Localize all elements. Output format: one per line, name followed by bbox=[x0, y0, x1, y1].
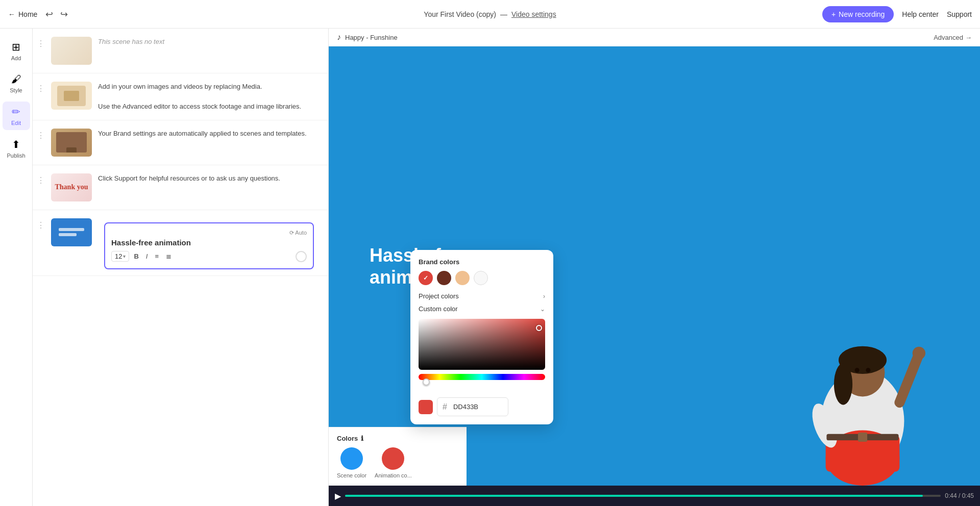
scene-drag-handle-3[interactable]: ⋮ bbox=[37, 129, 45, 140]
video-controls: ▶ 0:44 / 0:45 bbox=[329, 486, 980, 506]
progress-bar[interactable] bbox=[345, 495, 941, 497]
custom-color-row[interactable]: Custom color ⌄ bbox=[419, 305, 545, 313]
sidebar-item-edit-label: Edit bbox=[11, 120, 21, 126]
topbar-center: Your First Video (copy) — Video settings bbox=[424, 10, 556, 18]
redo-button[interactable]: ↪ bbox=[58, 7, 70, 22]
scene-color-swatch[interactable] bbox=[340, 447, 363, 470]
scene-thumbnail-3 bbox=[51, 129, 92, 157]
svg-rect-13 bbox=[858, 433, 867, 442]
brand-colors-title: Brand colors bbox=[419, 258, 545, 266]
scene-item-3[interactable]: ⋮ Your Brand settings are automatically … bbox=[33, 120, 328, 165]
style-icon: 🖌 bbox=[11, 73, 21, 85]
hex-input-field[interactable] bbox=[448, 400, 499, 413]
title-separator: — bbox=[500, 10, 507, 18]
time-display: 0:44 / 0:45 bbox=[945, 492, 974, 499]
publish-icon: ⬆ bbox=[12, 138, 20, 150]
text-editor-title[interactable]: Hassle-free animation bbox=[111, 238, 307, 247]
scene-text-2: Add in your own images and videos by rep… bbox=[98, 82, 320, 112]
sidebar-item-add[interactable]: ⊞ Add bbox=[3, 37, 30, 65]
new-recording-button[interactable]: + New recording bbox=[822, 6, 894, 22]
music-track: Happy - Funshine bbox=[345, 34, 398, 41]
arrow-left-icon: ← bbox=[8, 10, 15, 18]
scene-thumbnail-2 bbox=[51, 82, 92, 110]
font-size-selector[interactable]: 12 ▾ bbox=[111, 251, 129, 262]
scene-text-4: Click Support for helpful resources or t… bbox=[98, 173, 320, 184]
hex-color-preview bbox=[419, 400, 433, 414]
text-style-circle-button[interactable] bbox=[296, 251, 307, 262]
sidebar-item-edit[interactable]: ✏ Edit bbox=[3, 102, 30, 130]
chevron-down-icon-custom: ⌄ bbox=[540, 306, 545, 313]
scene-item-2[interactable]: ⋮ Add in your own images and videos by r… bbox=[33, 73, 328, 120]
italic-button[interactable]: I bbox=[143, 251, 151, 262]
undo-redo-group: ↩ ↪ bbox=[43, 7, 70, 22]
home-label: Home bbox=[18, 10, 37, 18]
scene-item-4[interactable]: ⋮ Thank you Click Support for helpful re… bbox=[33, 165, 328, 210]
svg-point-10 bbox=[913, 347, 925, 360]
brand-color-swatch-2[interactable] bbox=[437, 271, 451, 285]
scene-text-1: This scene has no text bbox=[98, 37, 320, 47]
scene-thumbnail-1 bbox=[51, 37, 92, 65]
music-info: ♪ Happy - Funshine bbox=[337, 33, 398, 42]
scene-thumbnail-4: Thank you bbox=[51, 173, 92, 201]
brand-color-swatches bbox=[419, 271, 545, 285]
scene-drag-handle-1[interactable]: ⋮ bbox=[37, 37, 45, 48]
hex-row: # bbox=[419, 397, 545, 416]
scene-thumbnail-5 bbox=[51, 218, 92, 246]
undo-button[interactable]: ↩ bbox=[43, 7, 55, 22]
video-settings-link[interactable]: Video settings bbox=[511, 10, 556, 18]
main-layout: ⊞ Add 🖌 Style ✏ Edit ⬆ Publish ⋮ bbox=[0, 29, 980, 506]
scene-item-5[interactable]: ⋮ ⟳ Auto Hassle-free animation bbox=[33, 210, 328, 276]
help-center-link[interactable]: Help center bbox=[902, 10, 939, 18]
spectrum-bar[interactable] bbox=[419, 374, 545, 380]
project-colors-row[interactable]: Project colors › bbox=[419, 292, 545, 300]
gradient-color-picker[interactable] bbox=[419, 319, 545, 370]
play-button[interactable]: ▶ bbox=[335, 491, 341, 501]
topbar-left: ← Home ↩ ↪ bbox=[8, 7, 70, 22]
svg-point-8 bbox=[866, 368, 870, 372]
scene-drag-handle-2[interactable]: ⋮ bbox=[37, 82, 45, 93]
sidebar-item-style[interactable]: 🖌 Style bbox=[3, 69, 30, 97]
sidebar-item-publish[interactable]: ⬆ Publish bbox=[3, 134, 30, 163]
project-colors-label: Project colors bbox=[419, 292, 459, 300]
auto-label: ⟳ Auto bbox=[289, 230, 307, 236]
support-link[interactable]: Support bbox=[947, 10, 972, 18]
progress-fill bbox=[345, 495, 923, 497]
advanced-link[interactable]: Advanced → bbox=[934, 34, 972, 41]
music-bar: ♪ Happy - Funshine Advanced → bbox=[329, 29, 980, 46]
brand-color-swatch-3[interactable] bbox=[455, 271, 470, 285]
plus-icon: + bbox=[831, 10, 836, 18]
info-icon: ℹ bbox=[361, 435, 363, 442]
spectrum-thumb bbox=[423, 378, 430, 386]
colors-section-title: Colors ℹ bbox=[337, 435, 458, 442]
gradient-cursor bbox=[536, 325, 542, 331]
scene-item-1[interactable]: ⋮ This scene has no text bbox=[33, 29, 328, 73]
scene-color-label: Scene color bbox=[337, 472, 366, 478]
bold-button[interactable]: B bbox=[131, 251, 141, 262]
no-text-label: This scene has no text bbox=[98, 38, 164, 45]
topbar-right: + New recording Help center Support bbox=[822, 6, 972, 22]
unordered-list-button[interactable]: ≡ bbox=[152, 251, 161, 262]
ordered-list-button[interactable]: ≣ bbox=[163, 251, 174, 262]
scene-drag-handle-5[interactable]: ⋮ bbox=[37, 218, 45, 230]
custom-color-label: Custom color bbox=[419, 305, 458, 313]
animation-color-swatch[interactable] bbox=[382, 447, 404, 470]
text-editor-toolbar: 12 ▾ B I ≡ ≣ bbox=[111, 251, 307, 262]
advanced-arrow-icon: → bbox=[965, 34, 972, 41]
brand-color-swatch-4[interactable] bbox=[474, 271, 488, 285]
brand-color-swatch-1[interactable] bbox=[419, 271, 433, 285]
add-icon: ⊞ bbox=[12, 41, 20, 53]
colors-label: Colors bbox=[337, 435, 358, 442]
character-figure bbox=[786, 292, 939, 486]
right-panel: ♪ Happy - Funshine Advanced → Hassle-fre… bbox=[329, 29, 980, 506]
video-area: Hassle-free animation bbox=[329, 46, 980, 506]
sidebar-item-style-label: Style bbox=[10, 87, 22, 93]
scene-drag-handle-4[interactable]: ⋮ bbox=[37, 173, 45, 185]
colors-section: Colors ℹ Scene color Animation co... bbox=[329, 427, 467, 486]
sidebar-item-publish-label: Publish bbox=[7, 153, 25, 159]
edit-icon: ✏ bbox=[12, 106, 20, 118]
home-button[interactable]: ← Home bbox=[8, 10, 37, 18]
scene-panel: ⋮ This scene has no text ⋮ bbox=[33, 29, 329, 506]
scene-color-item: Scene color bbox=[337, 447, 366, 478]
icon-sidebar: ⊞ Add 🖌 Style ✏ Edit ⬆ Publish bbox=[0, 29, 33, 506]
svg-line-9 bbox=[899, 357, 918, 402]
